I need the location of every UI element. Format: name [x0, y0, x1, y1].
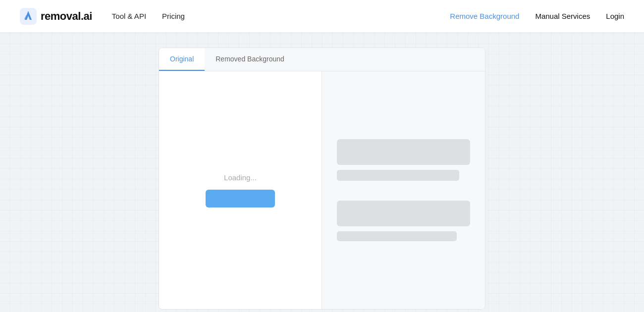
navbar: removal.ai Tool & API Pricing Remove Bac… [0, 0, 644, 33]
logo-text: removal.ai [41, 10, 92, 23]
skeleton-block-2 [337, 170, 459, 181]
nav-links: Tool & API Pricing [112, 12, 185, 20]
nav-login[interactable]: Login [606, 12, 624, 20]
card-body: Loading... [159, 71, 485, 309]
tab-removed-background[interactable]: Removed Background [205, 48, 295, 71]
nav-remove-background[interactable]: Remove Background [450, 12, 519, 20]
main-content: Original Removed Background Loading... [0, 33, 644, 312]
nav-pricing[interactable]: Pricing [162, 12, 185, 20]
nav-right: Remove Background Manual Services Login [450, 12, 624, 20]
skeleton-block-3 [337, 201, 470, 226]
nav-tool-api[interactable]: Tool & API [112, 12, 146, 20]
right-panel [322, 71, 485, 309]
main-card: Original Removed Background Loading... [159, 48, 485, 310]
skeleton-group-1 [337, 139, 470, 181]
skeleton-block-1 [337, 139, 470, 165]
logo[interactable]: removal.ai [20, 8, 92, 25]
skeleton-block-4 [337, 231, 457, 241]
loading-progress-bar [206, 190, 275, 208]
nav-left: removal.ai Tool & API Pricing [20, 8, 185, 25]
loading-text: Loading... [224, 173, 257, 182]
tabs-bar: Original Removed Background [159, 48, 485, 71]
left-panel: Loading... [159, 71, 322, 309]
nav-manual-services[interactable]: Manual Services [535, 12, 590, 20]
svg-rect-0 [20, 8, 37, 25]
logo-icon [20, 8, 37, 25]
skeleton-group-2 [337, 201, 470, 241]
tab-original[interactable]: Original [159, 48, 205, 71]
